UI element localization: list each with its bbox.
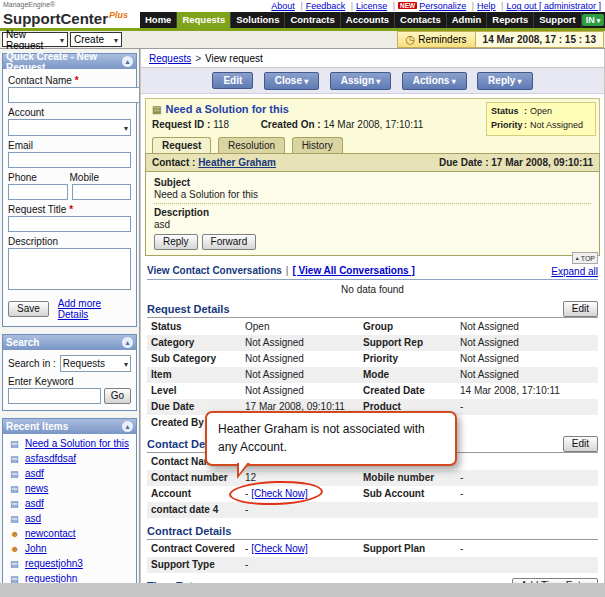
feedback-link[interactable]: Feedback: [306, 1, 346, 11]
search-in-select[interactable]: Requests: [60, 355, 131, 372]
nav-tab-admin[interactable]: Admin: [447, 12, 488, 28]
required-mark: *: [75, 75, 79, 86]
sidebar: Quick Create - New Request Contact Name …: [0, 49, 140, 583]
keyword-input[interactable]: [8, 388, 101, 404]
recent-item-link[interactable]: asfasdfdsaf: [25, 453, 76, 464]
toolbar-right: Reminders 14 Mar 2008, 17 : 15 : 13: [397, 31, 604, 48]
detail-value: Not Assigned: [241, 383, 359, 399]
contact-name-link[interactable]: Heather Graham: [198, 157, 276, 168]
toolbar: New Request Create Reminders 14 Mar 2008…: [0, 31, 605, 49]
edit-button[interactable]: Edit: [212, 72, 253, 89]
conversations-bar: View Contact Conversations|[ View All Co…: [147, 263, 598, 280]
country-badge-label: IN: [586, 14, 595, 26]
tab-request[interactable]: Request: [152, 137, 211, 153]
breadcrumb-requests-link[interactable]: Requests: [149, 53, 191, 64]
recent-item-link[interactable]: Need a Solution for this: [25, 438, 129, 449]
table-row: LevelNot AssignedCreated Date14 Mar 2008…: [147, 383, 598, 399]
personalize-link[interactable]: Personalize: [419, 1, 466, 11]
phone-input[interactable]: [8, 184, 68, 200]
recent-item-link[interactable]: requestjohn3: [25, 558, 83, 569]
dropdown-arrow-icon: [60, 34, 64, 45]
nav-tab-accounts[interactable]: Accounts: [341, 12, 395, 28]
tab-resolution[interactable]: Resolution: [218, 137, 285, 153]
contact-group: Contact : Heather Graham: [152, 157, 276, 168]
detail-value: Not Assigned: [456, 319, 598, 335]
request-title-input[interactable]: [8, 216, 131, 232]
nav-tab-reports[interactable]: Reports: [487, 12, 534, 28]
expand-all-link[interactable]: Expand all: [551, 266, 598, 277]
recent-items-title: Recent Items: [6, 421, 68, 432]
panel-collapse-icon[interactable]: [122, 337, 133, 348]
datetime-display: 14 Mar 2008, 17 : 15 : 13: [476, 31, 604, 48]
help-link[interactable]: Help: [477, 1, 496, 11]
new-request-dropdown-label: New Request: [6, 29, 60, 51]
nav-tab-requests[interactable]: Requests: [177, 12, 231, 28]
save-button[interactable]: Save: [8, 301, 49, 317]
nav-tab-home[interactable]: Home: [140, 12, 177, 28]
logout-link[interactable]: Log out [ administrator ]: [506, 1, 601, 11]
account-value-cell: - [Check Now]: [241, 486, 359, 502]
assign-button[interactable]: Assign: [330, 72, 392, 90]
detail-value: [456, 454, 598, 470]
recent-item-link[interactable]: newcontact: [25, 528, 76, 539]
request-note-icon: [10, 469, 21, 479]
nav-tab-contracts[interactable]: Contracts: [285, 12, 340, 28]
detail-value: 14 Mar 2008, 17:10:11: [456, 383, 598, 399]
email-field[interactable]: [8, 152, 131, 168]
detail-label: Item: [147, 367, 241, 383]
request-note-icon: [10, 439, 21, 449]
breadcrumb: Requests>View request: [141, 49, 604, 68]
mobile-input[interactable]: [72, 184, 132, 200]
recent-item-link[interactable]: asd: [25, 513, 41, 524]
table-row: CategoryNot AssignedSupport RepNot Assig…: [147, 335, 598, 351]
contact-details-edit-button[interactable]: Edit: [563, 436, 598, 452]
save-row: Save Add more Details: [8, 298, 131, 320]
add-time-entry-button[interactable]: Add Time Entry: [512, 578, 598, 583]
new-request-dropdown[interactable]: New Request: [2, 32, 68, 47]
phone-mobile-inputs: [8, 184, 131, 200]
contract-details-title: Contract Details: [147, 525, 598, 540]
top-link-item: NEWPersonalize: [390, 1, 467, 11]
view-all-conversations-link[interactable]: [ View All Conversations ]: [292, 265, 414, 276]
nav-tab-support[interactable]: Support: [534, 12, 581, 28]
tab-history[interactable]: History: [292, 137, 343, 153]
list-item: asfasdfdsaf: [8, 451, 131, 466]
country-badge[interactable]: IN: [582, 14, 605, 26]
close-button[interactable]: Close: [264, 72, 319, 90]
reply-conversation-button[interactable]: Reply: [154, 234, 198, 250]
panel-collapse-icon[interactable]: [122, 56, 133, 67]
search-in-row: Search in : Requests: [8, 355, 131, 372]
main-nav: Home Requests Solutions Contracts Accoun…: [140, 12, 605, 28]
actions-button[interactable]: Actions: [402, 72, 467, 90]
list-item: newcontact: [8, 526, 131, 541]
check-now-link[interactable]: [Check Now]: [251, 488, 308, 499]
contact-name-input[interactable]: [8, 87, 140, 103]
nav-tab-contacts[interactable]: Contacts: [395, 12, 447, 28]
request-details-edit-button[interactable]: Edit: [563, 301, 598, 317]
search-in-selected: Requests: [63, 358, 105, 369]
account-select[interactable]: [8, 119, 131, 136]
add-more-details-link[interactable]: Add more Details: [58, 298, 131, 320]
detail-label: [359, 557, 456, 573]
contract-check-now-link[interactable]: [Check Now]: [251, 543, 308, 554]
description-textarea[interactable]: [8, 248, 131, 290]
detail-label: Status: [147, 319, 241, 335]
recent-item-link[interactable]: asdf: [25, 498, 44, 509]
logo-product-name: SupportCenter: [3, 10, 108, 27]
create-dropdown[interactable]: Create: [70, 32, 122, 47]
forward-conversation-button[interactable]: Forward: [202, 234, 257, 250]
nav-tab-solutions[interactable]: Solutions: [231, 12, 285, 28]
back-to-top-button[interactable]: TOP: [572, 252, 598, 264]
go-button[interactable]: Go: [104, 388, 131, 404]
reminders-button[interactable]: Reminders: [397, 31, 476, 48]
panel-collapse-icon[interactable]: [122, 421, 133, 432]
recent-item-link[interactable]: news: [25, 483, 48, 494]
about-link[interactable]: About: [271, 1, 295, 11]
reply-button[interactable]: Reply: [477, 72, 532, 90]
table-row: contact date 4-: [147, 502, 598, 518]
recent-item-link[interactable]: requestjohn: [25, 573, 77, 583]
quick-create-body: Contact Name * Account Email Phone Mobil…: [3, 69, 136, 326]
recent-item-link[interactable]: John: [25, 543, 47, 554]
recent-item-link[interactable]: asdf: [25, 468, 44, 479]
license-link[interactable]: License: [356, 1, 387, 11]
